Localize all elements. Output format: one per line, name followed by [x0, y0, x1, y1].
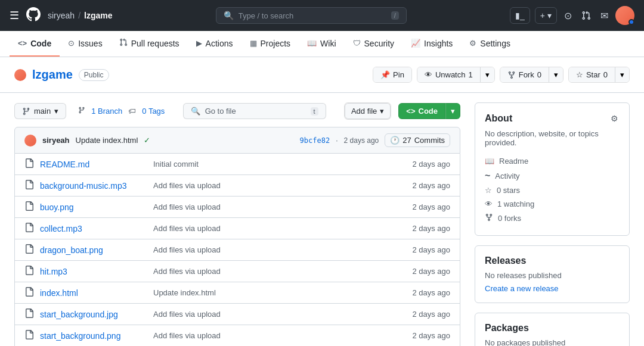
file-name[interactable]: background-music.mp3 [40, 181, 147, 191]
code-icon: <> [406, 107, 415, 116]
fork-dropdown-button[interactable]: ▾ [549, 67, 563, 82]
branch-meta: 1 Branch 🏷 0 Tags [78, 107, 165, 116]
repo-nav-issues[interactable]: ⊙ Issues [60, 32, 110, 57]
repo-nav-projects[interactable]: ▦ Projects [242, 32, 299, 57]
star-icon: ☆ [576, 70, 583, 79]
about-description: No description, website, or topics provi… [485, 129, 620, 147]
forks-link[interactable]: 0 forks [485, 211, 620, 226]
plus-button[interactable]: + ▾ [535, 7, 557, 24]
issues-nav-icon-tab: ⊙ [68, 39, 75, 48]
commit-author[interactable]: siryeah [42, 136, 70, 145]
code-button-group: <> Code ▾ [398, 103, 460, 119]
repo-header: lzgame Public 📌 Pin 👁 Unwatch 1 ▾ Fork 0… [0, 57, 644, 93]
file-icon [24, 266, 34, 277]
tag-count-link[interactable]: 0 Tags [142, 107, 165, 116]
repo-nav-code[interactable]: <> Code [10, 32, 60, 57]
commit-hash[interactable]: 9bcfe82 [300, 136, 330, 145]
watch-button-group: 👁 Unwatch 1 ▾ [417, 67, 495, 83]
repo-nav-security[interactable]: 🛡 Security [345, 32, 403, 57]
repo-nav-insights[interactable]: 📈 Insights [402, 32, 461, 57]
activity-link[interactable]: ~ Activity [485, 168, 620, 183]
commit-row: siryeah Update index.html ✓ 9bcfe82 · 2 … [14, 127, 460, 154]
terminal-button[interactable]: ▮_ [510, 7, 530, 24]
file-icon [24, 223, 34, 234]
file-name[interactable]: hit.mp3 [40, 267, 147, 276]
file-time: 2 days ago [412, 267, 450, 276]
issues-icon-button[interactable]: ⊙ [562, 8, 574, 24]
star-button[interactable]: ☆ Star 0 [569, 67, 615, 82]
fork-button-group: Fork 0 ▾ [500, 67, 564, 83]
repo-name-nav[interactable]: lzgame [84, 11, 112, 20]
file-commit-msg: Add files via upload [153, 245, 406, 254]
star-sidebar-icon: ☆ [485, 186, 492, 195]
file-name[interactable]: start_background.png [40, 331, 147, 341]
go-to-file-input[interactable]: 🔍 Go to file t [183, 103, 326, 119]
create-release-link[interactable]: Create a new release [485, 284, 559, 293]
no-packages-text: No packages published [485, 338, 620, 346]
commit-message[interactable]: Update index.html [76, 136, 138, 145]
fork-button[interactable]: Fork 0 [500, 67, 549, 82]
hamburger-icon[interactable]: ☰ [10, 9, 19, 22]
insights-nav-icon: 📈 [411, 39, 420, 48]
file-commit-msg: Add files via upload [153, 310, 406, 319]
repo-nav-actions[interactable]: ▶ Actions [188, 32, 242, 57]
file-time: 2 days ago [412, 181, 450, 190]
search-input-wrapper[interactable]: 🔍 Type / to search / [216, 7, 407, 24]
file-icon [24, 158, 34, 170]
file-name[interactable]: start_background.jpg [40, 310, 147, 319]
watching-link[interactable]: 👁 1 watching [485, 197, 620, 211]
file-name[interactable]: index.html [40, 288, 147, 298]
add-file-group: Add file ▾ [344, 102, 391, 120]
table-row: hit.mp3 Add files via upload 2 days ago [15, 261, 460, 282]
no-releases-text: No releases published [485, 271, 620, 280]
issues-nav-icon: ⊙ [564, 10, 572, 21]
repo-owner[interactable]: siryeah [48, 11, 75, 20]
stars-link[interactable]: ☆ 0 stars [485, 183, 620, 197]
repo-title-row: lzgame Public [14, 68, 109, 82]
table-row: background-music.mp3 Add files via uploa… [15, 175, 460, 197]
file-name[interactable]: collect.mp3 [40, 224, 147, 233]
commit-check-icon: ✓ [144, 136, 150, 145]
commits-link[interactable]: 🕐 27 Commits [385, 133, 450, 147]
repo-nav-wiki[interactable]: 📖 Wiki [299, 32, 344, 57]
star-button-group: ☆ Star 0 ▾ [568, 67, 630, 83]
star-dropdown-button[interactable]: ▾ [615, 67, 629, 82]
branch-chevron-icon: ▾ [54, 107, 58, 116]
commit-time: · [336, 136, 338, 145]
search-icon: 🔍 [224, 11, 234, 20]
file-commit-msg: Update index.html [153, 288, 406, 297]
about-settings-button[interactable]: ⚙ [609, 113, 620, 124]
inbox-icon-button[interactable]: ✉ [598, 8, 611, 24]
search-kbd: / [391, 11, 399, 20]
search-bar[interactable]: 🔍 Type / to search / [120, 7, 503, 24]
branch-bar: main ▾ 1 Branch 🏷 0 Tags 🔍 Go to file t [14, 102, 460, 120]
watch-dropdown-button[interactable]: ▾ [480, 67, 494, 82]
repo-nav-pull-requests[interactable]: Pull requests [111, 31, 188, 57]
user-avatar[interactable] [615, 6, 634, 25]
file-name[interactable]: dragon_boat.png [40, 245, 147, 255]
top-navigation: ☰ siryeah / lzgame 🔍 Type / to search / … [0, 0, 644, 31]
readme-link[interactable]: 📖 Readme [485, 154, 620, 168]
add-file-chevron: ▾ [380, 107, 384, 116]
github-logo[interactable] [26, 7, 41, 24]
branch-selector[interactable]: main ▾ [14, 103, 66, 119]
sidebar: About ⚙ No description, website, or topi… [475, 102, 630, 346]
pin-button[interactable]: 📌 Pin [373, 67, 411, 82]
repo-title[interactable]: lzgame [32, 68, 73, 82]
releases-section: Releases No releases published Create a … [475, 245, 630, 303]
file-name[interactable]: buoy.png [40, 202, 147, 212]
watch-button[interactable]: 👁 Unwatch 1 [417, 67, 480, 82]
settings-nav-icon: ⚙ [469, 39, 476, 48]
plus-dropdown-icon: ▾ [547, 11, 552, 20]
projects-nav-icon: ▦ [250, 39, 257, 48]
pull-requests-icon-button[interactable] [579, 8, 593, 23]
repo-nav-settings[interactable]: ⚙ Settings [461, 32, 519, 57]
code-dropdown-button[interactable]: ▾ [445, 103, 460, 119]
releases-title: Releases [485, 255, 620, 266]
breadcrumb-separator: / [78, 11, 80, 20]
file-time: 2 days ago [412, 331, 450, 340]
file-name[interactable]: README.md [40, 160, 147, 169]
branch-count-link[interactable]: 1 Branch [91, 107, 122, 116]
add-file-button[interactable]: Add file ▾ [345, 103, 391, 119]
code-button[interactable]: <> Code [398, 103, 445, 119]
